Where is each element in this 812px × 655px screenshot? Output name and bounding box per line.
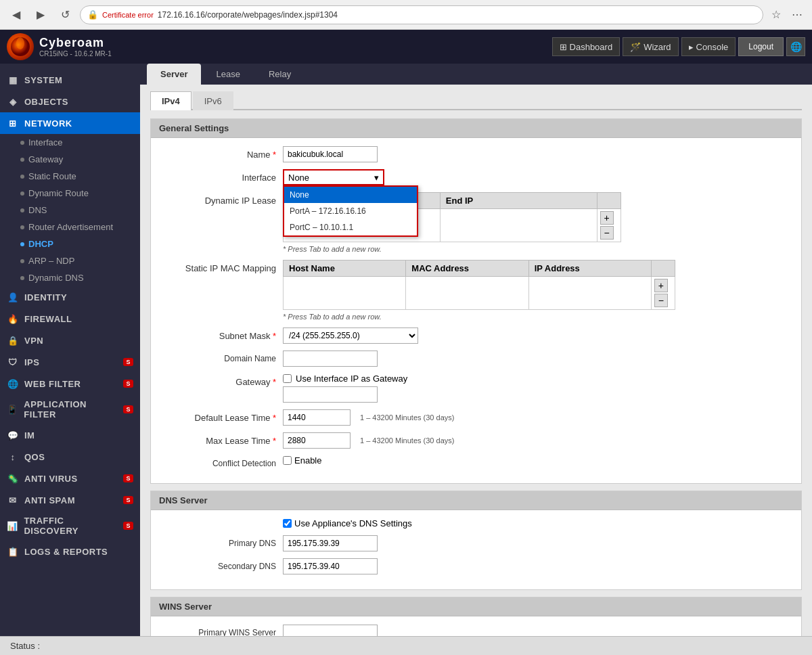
general-settings-header: General Settings: [151, 119, 801, 138]
globe-button[interactable]: 🌐: [786, 37, 805, 56]
secondary-dns-label: Secondary DNS: [161, 558, 283, 571]
console-icon: ▸: [689, 42, 694, 52]
tab-ipv6[interactable]: IPv6: [193, 91, 233, 110]
dns-server-header: DNS Server: [151, 491, 801, 510]
cert-error-label: Certificate error: [102, 11, 154, 19]
sidebar-item-objects[interactable]: ◈ OBJECTS: [0, 91, 140, 112]
host-name-input[interactable]: [286, 286, 381, 300]
back-button[interactable]: ◀: [7, 5, 26, 24]
dns-server-body: Use Appliance's DNS Settings Primary DNS: [151, 510, 801, 589]
address-bar[interactable]: 🔒 Certificate error 172.16.16.16/corpora…: [80, 5, 763, 24]
row-action-cell: + −: [597, 209, 621, 242]
use-appliance-dns-label: [161, 518, 283, 522]
bookmark-button[interactable]: ☆: [769, 7, 784, 22]
primary-dns-input[interactable]: [283, 535, 378, 551]
sidebar-item-anti-spam[interactable]: ✉ ANTI SPAM S: [0, 489, 140, 511]
use-appliance-dns-checkbox-label[interactable]: Use Appliance's DNS Settings: [283, 518, 791, 528]
refresh-button[interactable]: ↺: [55, 5, 74, 24]
sidebar-item-anti-virus[interactable]: 🦠 ANTI VIRUS S: [0, 468, 140, 489]
sidebar-label-im: IM: [24, 430, 35, 441]
conflict-detection-row: Conflict Detection Enable: [161, 455, 791, 468]
wizard-button[interactable]: 🪄 Wizard: [623, 37, 678, 56]
host-name-cell: [284, 277, 406, 310]
traffic-discovery-icon: 📊: [7, 520, 18, 532]
name-input[interactable]: [283, 146, 378, 162]
use-interface-ip-label[interactable]: Use Interface IP as Gateway: [296, 374, 407, 384]
tab-server[interactable]: Server: [147, 64, 201, 85]
mac-row-buttons: + −: [654, 279, 672, 307]
remove-ip-row-button[interactable]: −: [600, 226, 614, 240]
end-ip-input[interactable]: [443, 218, 565, 233]
settings-button[interactable]: ⋯: [789, 7, 805, 22]
primary-dns-control: [283, 535, 791, 551]
gateway-row: Gateway * Use Interface IP as Gateway: [161, 374, 791, 403]
sidebar-item-logs-reports[interactable]: 📋 LOGS & REPORTS: [0, 541, 140, 562]
dot-icon: [20, 208, 24, 212]
sidebar-item-network[interactable]: ⊞ NETWORK: [0, 112, 140, 134]
domain-name-input[interactable]: [283, 351, 378, 367]
vpn-icon: 🔒: [7, 334, 19, 346]
content-area: Server Lease Relay IPv4 IPv6: [140, 64, 812, 636]
interface-option-portc[interactable]: PortC – 10.10.1.1: [284, 219, 417, 235]
sidebar-item-firewall[interactable]: 🔥 FIREWALL: [0, 308, 140, 330]
sidebar-item-system[interactable]: ▦ SYSTEM: [0, 69, 140, 91]
tab-lease[interactable]: Lease: [202, 64, 253, 85]
sidebar-item-traffic-discovery[interactable]: 📊 TRAFFIC DISCOVERY S: [0, 511, 140, 541]
forward-button[interactable]: ▶: [31, 5, 50, 24]
sidebar-item-dynamic-dns[interactable]: Dynamic DNS: [0, 269, 140, 286]
mac-address-cell: [406, 277, 528, 310]
interface-option-porta[interactable]: PortA – 172.16.16.16: [284, 203, 417, 219]
sidebar-item-gateway[interactable]: Gateway: [0, 151, 140, 168]
primary-wins-input[interactable]: [283, 625, 378, 636]
interface-option-none[interactable]: None: [284, 187, 417, 203]
add-mac-row-button[interactable]: +: [654, 279, 668, 292]
max-lease-label: Max Lease Time *: [161, 432, 283, 446]
dashboard-button[interactable]: ⊞ Dashboard: [552, 37, 621, 56]
ip-address-input[interactable]: [532, 286, 627, 300]
tab-ipv4[interactable]: IPv4: [150, 91, 191, 110]
default-lease-input[interactable]: [283, 409, 351, 426]
sidebar-label-web-filter: WEB FILTER: [24, 379, 81, 389]
use-interface-ip-checkbox[interactable]: [283, 374, 292, 383]
secondary-dns-input[interactable]: [283, 558, 378, 574]
logout-button[interactable]: Logout: [738, 37, 784, 56]
sidebar-label-firewall: FIREWALL: [24, 314, 72, 324]
subnet-mask-select[interactable]: /24 (255.255.255.0): [283, 328, 418, 344]
max-lease-help: 1 – 43200 Minutes (30 days): [360, 436, 454, 445]
sidebar-item-interface[interactable]: Interface: [0, 134, 140, 151]
gateway-input[interactable]: [283, 386, 378, 403]
sidebar-item-dhcp[interactable]: DHCP: [0, 235, 140, 252]
sidebar-item-arp-ndp[interactable]: ARP – NDP: [0, 252, 140, 269]
mac-address-input[interactable]: [409, 286, 503, 300]
row-buttons: + −: [600, 211, 618, 240]
dot-icon: [20, 141, 24, 145]
sidebar-item-vpn[interactable]: 🔒 VPN: [0, 330, 140, 351]
sidebar-item-im[interactable]: 💬 IM: [0, 424, 140, 446]
sidebar-item-dns[interactable]: DNS: [0, 202, 140, 219]
security-icon: 🔒: [87, 9, 98, 20]
tab-relay[interactable]: Relay: [255, 64, 304, 85]
sidebar-label-identity: IDENTITY: [24, 292, 67, 302]
add-ip-row-button[interactable]: +: [600, 211, 614, 225]
host-name-header: Host Name: [284, 261, 406, 277]
sidebar-item-ips[interactable]: 🛡 IPS S: [0, 351, 140, 373]
sidebar-item-router-advertisement[interactable]: Router Advertisement: [0, 219, 140, 235]
sidebar-item-static-route[interactable]: Static Route: [0, 168, 140, 185]
sidebar-item-dynamic-route[interactable]: Dynamic Route: [0, 185, 140, 202]
sidebar-item-qos[interactable]: ↕ QoS: [0, 446, 140, 468]
sidebar-item-web-filter[interactable]: 🌐 WEB FILTER S: [0, 373, 140, 394]
max-lease-input[interactable]: [283, 432, 351, 449]
console-button[interactable]: ▸ Console: [681, 37, 736, 56]
browser-chrome: ◀ ▶ ↺ 🔒 Certificate error 172.16.16.16/c…: [0, 0, 812, 30]
conflict-enable-label[interactable]: Enable: [283, 455, 791, 466]
conflict-enable-checkbox[interactable]: [283, 456, 292, 465]
use-appliance-dns-checkbox[interactable]: [283, 519, 292, 528]
sidebar-label-dynamic-route: Dynamic Route: [28, 188, 89, 198]
sidebar-item-app-filter[interactable]: 📱 APPLICATION FILTER S: [0, 394, 140, 424]
sidebar-item-identity[interactable]: 👤 IDENTITY: [0, 286, 140, 308]
main-body: ▦ SYSTEM ◈ OBJECTS ⊞ NETWORK Interface: [0, 64, 812, 636]
static-ip-row: Static IP MAC Mapping Host Name: [161, 260, 791, 321]
remove-mac-row-button[interactable]: −: [654, 294, 668, 307]
dot-icon: [20, 175, 24, 179]
interface-select-box[interactable]: None ▾: [283, 169, 384, 185]
